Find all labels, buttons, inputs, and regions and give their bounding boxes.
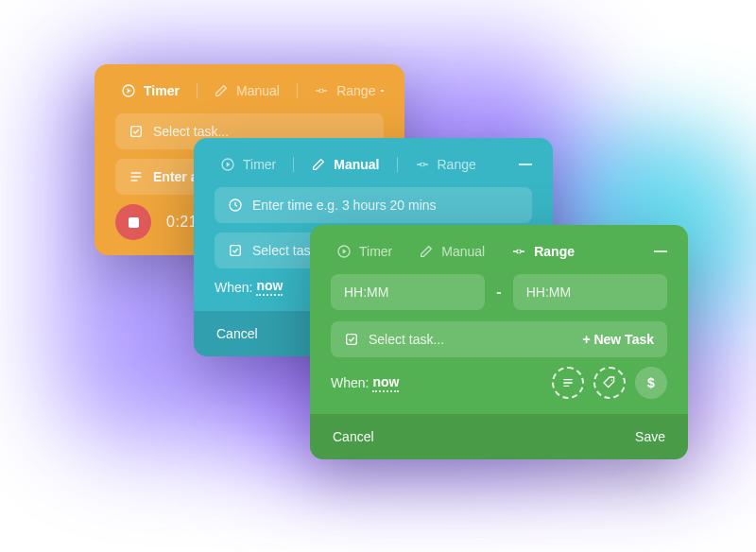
range-dash: - <box>496 284 501 301</box>
svg-rect-6 <box>347 335 357 345</box>
task-check-icon <box>344 332 359 347</box>
tab-range[interactable]: Range <box>308 81 381 100</box>
tag-button[interactable] <box>593 367 626 399</box>
divider <box>397 157 398 172</box>
note-lines-icon <box>129 169 144 184</box>
time-entry-field[interactable]: Enter time e.g. 3 hours 20 mins <box>215 187 532 223</box>
time-range-row: HH:MM - HH:MM <box>331 274 667 310</box>
tab-range[interactable]: Range <box>409 155 482 174</box>
range-icon <box>314 83 329 98</box>
tab-label: Timer <box>243 157 276 172</box>
placeholder-text: HH:MM <box>344 285 388 300</box>
placeholder-text: Select task... <box>369 332 444 347</box>
tab-label: Range <box>534 244 575 259</box>
tab-strip: Timer Manual Range <box>331 242 667 261</box>
tab-label: Manual <box>441 244 485 259</box>
tab-label: Manual <box>334 157 379 172</box>
svg-rect-4 <box>231 246 241 256</box>
when-value[interactable]: now <box>256 278 283 296</box>
stop-button[interactable] <box>115 204 151 240</box>
placeholder-text: Enter time e.g. 3 hours 20 mins <box>252 198 437 213</box>
cancel-button[interactable]: Cancel <box>333 429 374 444</box>
play-circle-icon <box>336 244 352 259</box>
new-task-button[interactable]: + New Task <box>582 332 654 347</box>
select-task-field[interactable]: Select task... + New Task <box>331 321 667 357</box>
start-time-field[interactable]: HH:MM <box>331 274 485 310</box>
placeholder-text: Select task... <box>153 124 229 139</box>
svg-point-7 <box>611 380 613 382</box>
when-row: When: now $ <box>331 367 667 399</box>
end-time-field[interactable]: HH:MM <box>513 274 667 310</box>
when-value[interactable]: now <box>372 374 399 392</box>
play-circle-icon <box>121 83 136 98</box>
tag-icon <box>602 375 617 390</box>
tab-strip: Timer Manual Range <box>215 155 532 174</box>
tab-manual[interactable]: Manual <box>305 155 385 174</box>
task-check-icon <box>129 124 144 139</box>
edit-icon <box>419 244 434 259</box>
range-card: Timer Manual Range HH:MM - HH:MM <box>310 225 688 459</box>
tab-label: Timer <box>359 244 392 259</box>
tab-label: Timer <box>144 83 180 98</box>
cancel-button[interactable]: Cancel <box>216 326 258 341</box>
tab-timer[interactable]: Timer <box>115 81 185 100</box>
when-label: When: <box>215 280 252 295</box>
tab-manual[interactable]: Manual <box>208 81 285 100</box>
note-button[interactable] <box>552 367 584 399</box>
dollar-icon: $ <box>647 375 655 390</box>
save-button[interactable]: Save <box>635 429 665 444</box>
minimize-button[interactable] <box>519 164 532 165</box>
note-lines-icon <box>560 375 576 390</box>
tab-timer[interactable]: Timer <box>331 242 398 261</box>
stop-icon <box>129 217 139 228</box>
tab-timer[interactable]: Timer <box>215 155 282 174</box>
when-label: When: <box>331 375 369 390</box>
tab-label: Manual <box>236 83 280 98</box>
range-icon <box>511 244 526 259</box>
minimize-button[interactable] <box>381 90 384 92</box>
tab-manual[interactable]: Manual <box>413 242 490 261</box>
tab-label: Range <box>336 83 375 98</box>
task-check-icon <box>228 243 243 258</box>
billable-button[interactable]: $ <box>635 367 667 399</box>
clock-icon <box>228 198 243 213</box>
tab-range[interactable]: Range <box>506 242 580 261</box>
placeholder-text: HH:MM <box>526 285 571 300</box>
play-circle-icon <box>220 157 235 172</box>
edit-icon <box>214 83 229 98</box>
minimize-button[interactable] <box>654 250 667 252</box>
divider <box>293 157 294 172</box>
tab-label: Range <box>438 157 476 172</box>
tab-strip: Timer Manual Range <box>115 81 384 100</box>
range-icon <box>415 157 430 172</box>
card-footer: Cancel Save <box>310 414 688 459</box>
edit-icon <box>311 157 326 172</box>
svg-rect-1 <box>131 127 142 137</box>
